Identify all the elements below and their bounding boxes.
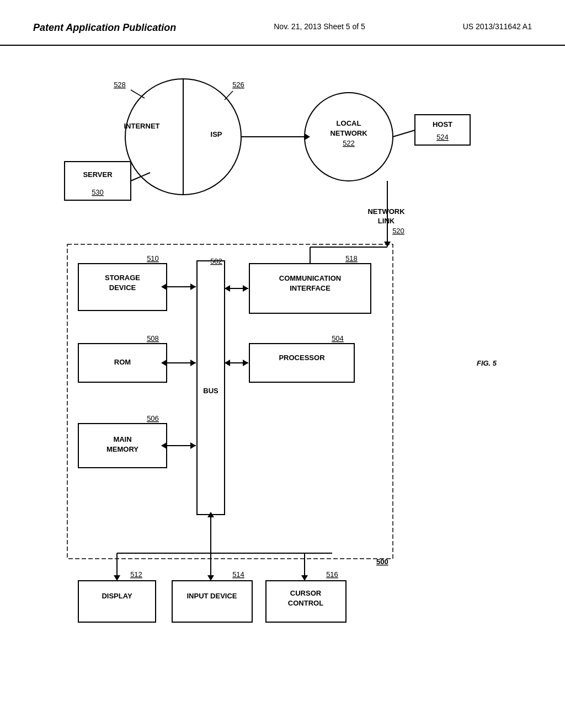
svg-text:510: 510: [147, 254, 159, 263]
svg-rect-79: [172, 581, 252, 622]
svg-marker-45: [243, 285, 248, 292]
svg-text:FIG. 5: FIG. 5: [477, 359, 497, 367]
svg-text:STORAGE: STORAGE: [105, 274, 140, 282]
svg-text:522: 522: [343, 139, 355, 147]
svg-text:520: 520: [392, 227, 404, 235]
svg-text:INTERNET: INTERNET: [124, 122, 160, 130]
svg-rect-76: [78, 581, 156, 622]
svg-text:516: 516: [326, 570, 338, 579]
svg-line-21: [393, 130, 415, 137]
svg-marker-73: [207, 575, 214, 581]
svg-marker-66: [190, 442, 196, 449]
svg-text:LINK: LINK: [378, 217, 395, 225]
figure-5-diagram: INTERNET 528 ISP 526 LOCAL NETWORK 522 H…: [34, 57, 531, 691]
svg-text:512: 512: [130, 570, 142, 579]
svg-text:506: 506: [147, 414, 159, 422]
svg-text:514: 514: [232, 570, 244, 579]
svg-text:518: 518: [345, 254, 358, 263]
svg-text:508: 508: [147, 334, 159, 342]
svg-text:CONTROL: CONTROL: [288, 599, 323, 607]
svg-text:524: 524: [436, 133, 449, 141]
svg-text:PROCESSOR: PROCESSOR: [279, 354, 325, 362]
svg-text:530: 530: [92, 188, 104, 196]
svg-text:COMMUNICATION: COMMUNICATION: [279, 274, 341, 282]
svg-line-4: [131, 90, 145, 98]
svg-marker-59: [243, 360, 248, 366]
svg-text:BUS: BUS: [203, 387, 218, 395]
svg-text:CURSOR: CURSOR: [290, 589, 322, 597]
svg-marker-53: [190, 360, 196, 366]
publication-title: Patent Application Publication: [33, 22, 176, 34]
svg-text:526: 526: [232, 81, 244, 89]
svg-text:MEMORY: MEMORY: [106, 445, 138, 453]
svg-text:HOST: HOST: [433, 120, 452, 129]
sheet-info: Nov. 21, 2013 Sheet 5 of 5: [274, 22, 365, 31]
diagram-area: INTERNET 528 ISP 526 LOCAL NETWORK 522 H…: [0, 46, 565, 702]
svg-line-7: [225, 91, 233, 100]
svg-text:528: 528: [114, 81, 126, 89]
svg-marker-44: [225, 285, 230, 292]
svg-text:ISP: ISP: [211, 130, 222, 138]
svg-marker-38: [190, 283, 196, 290]
svg-marker-75: [301, 575, 308, 581]
svg-text:MAIN: MAIN: [113, 435, 131, 443]
patent-number: US 2013/311642 A1: [463, 22, 532, 31]
page: Patent Application Publication Nov. 21, …: [0, 0, 565, 728]
svg-text:INPUT DEVICE: INPUT DEVICE: [186, 592, 237, 600]
svg-text:NETWORK: NETWORK: [367, 207, 405, 216]
svg-text:LOCAL: LOCAL: [337, 119, 361, 127]
svg-text:NETWORK: NETWORK: [330, 129, 367, 137]
svg-text:500: 500: [376, 558, 388, 566]
svg-text:ROM: ROM: [114, 358, 131, 366]
svg-text:INTERFACE: INTERFACE: [290, 284, 331, 292]
svg-text:SERVER: SERVER: [83, 170, 113, 179]
svg-rect-54: [249, 344, 354, 382]
svg-marker-71: [114, 575, 120, 581]
svg-text:504: 504: [332, 334, 344, 342]
svg-text:502: 502: [210, 257, 222, 265]
svg-marker-58: [225, 360, 230, 366]
svg-text:DISPLAY: DISPLAY: [102, 592, 132, 600]
header: Patent Application Publication Nov. 21, …: [0, 0, 565, 46]
svg-text:DEVICE: DEVICE: [109, 283, 136, 292]
